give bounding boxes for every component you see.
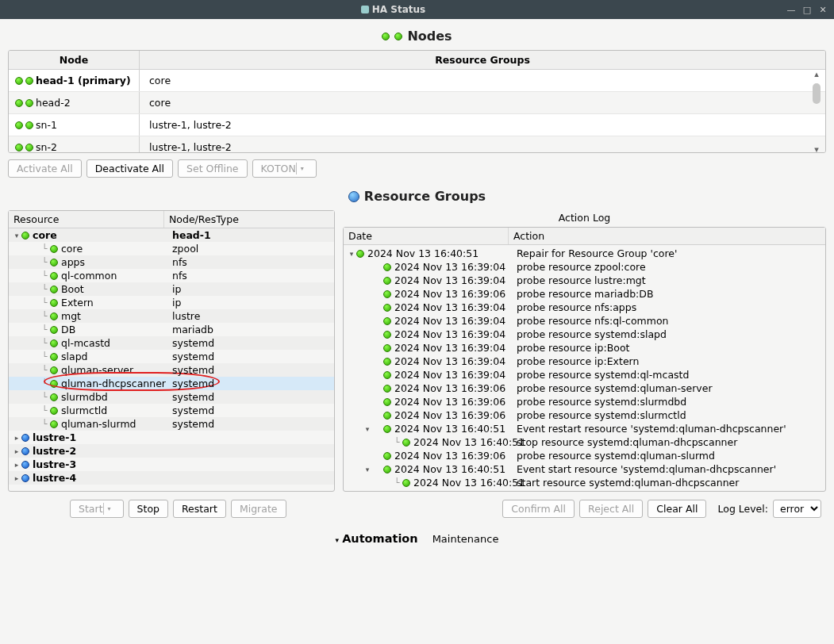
log-row[interactable]: 2024 Nov 13 16:39:04probe resource nfs:q…	[344, 314, 825, 328]
log-row[interactable]: ▾2024 Nov 13 16:40:51Repair for Resource…	[344, 247, 825, 260]
automation-toggle[interactable]: ▾Automation	[336, 532, 418, 545]
status-dot-icon	[383, 452, 391, 460]
activate-all-button: Activate All	[8, 159, 82, 178]
log-row[interactable]: 2024 Nov 13 16:39:06probe resource syste…	[344, 408, 825, 422]
tree-row[interactable]: └DBmariadb	[9, 323, 334, 336]
minimize-button[interactable]: —	[785, 3, 797, 16]
window-title: HA Status	[5, 4, 782, 15]
twisty-icon[interactable]: ▾	[12, 232, 21, 240]
log-row[interactable]: ▾2024 Nov 13 16:40:51Event restart resou…	[344, 422, 825, 435]
twisty-icon[interactable]: ▾	[363, 425, 372, 433]
status-dot-icon	[50, 286, 58, 293]
twisty-icon[interactable]: ▾	[363, 466, 372, 473]
migrate-button: Migrate	[231, 500, 286, 518]
status-dot-icon	[50, 326, 58, 334]
action-log-panel: Date Action ▾2024 Nov 13 16:40:51Repair …	[343, 227, 826, 492]
col-date[interactable]: Date	[344, 228, 509, 244]
status-dot-icon	[25, 144, 33, 151]
tree-row[interactable]: ▸lustre-4	[9, 471, 334, 485]
status-dot-icon	[50, 366, 58, 374]
tree-row[interactable]: └Bootip	[9, 282, 334, 296]
status-dot-icon	[21, 474, 29, 482]
tree-row[interactable]: └corezpool	[9, 242, 334, 255]
status-dot-icon	[25, 77, 33, 85]
log-row[interactable]: 2024 Nov 13 16:39:04probe resource syste…	[344, 328, 825, 341]
status-dot-icon	[383, 304, 391, 312]
tree-row[interactable]: ▸lustre-3	[9, 458, 334, 471]
tree-row[interactable]: └ql-mcastdsystemd	[9, 336, 334, 350]
status-dot-icon	[50, 420, 58, 428]
maximize-button[interactable]: □	[801, 3, 813, 16]
action-log-title: Action Log	[343, 210, 826, 227]
col-node-restype[interactable]: Node/ResType	[164, 211, 334, 228]
tree-row[interactable]: └slurmdbdsystemd	[9, 390, 334, 404]
log-row[interactable]: └2024 Nov 13 16:40:51start resource syst…	[344, 476, 825, 489]
twisty-icon[interactable]: ▸	[12, 474, 21, 482]
status-dot-icon	[383, 398, 391, 406]
status-dot-icon	[21, 447, 29, 455]
tree-row[interactable]: ▸lustre-2	[9, 444, 334, 458]
scroll-up-icon[interactable]: ▴	[813, 68, 820, 80]
log-row[interactable]: └2024 Nov 13 16:40:51stop resource syste…	[344, 435, 825, 449]
status-dot-icon	[21, 461, 29, 469]
koton-dropdown: KOTON▾	[252, 159, 317, 178]
tree-row[interactable]: └mgtlustre	[9, 309, 334, 323]
node-row[interactable]: head-2core	[9, 92, 825, 114]
clear-all-button[interactable]: Clear All	[648, 500, 706, 518]
tree-row[interactable]: └ql-commonnfs	[9, 269, 334, 282]
stop-button[interactable]: Stop	[129, 500, 168, 518]
nodes-scrollbar[interactable]: ▴ ▾	[809, 68, 824, 153]
col-resource[interactable]: Resource	[9, 211, 164, 228]
log-level-select[interactable]: error	[773, 500, 821, 518]
close-button[interactable]: ✕	[817, 3, 829, 16]
tree-row[interactable]: └qluman-dhcpscannersystemd	[9, 377, 334, 390]
log-row[interactable]: 2024 Nov 13 16:39:04probe resource ip:Ex…	[344, 355, 825, 368]
tree-row[interactable]: └appsnfs	[9, 255, 334, 269]
node-row[interactable]: sn-2lustre-1, lustre-2	[9, 136, 825, 152]
log-row[interactable]: 2024 Nov 13 16:39:04probe resource lustr…	[344, 274, 825, 287]
tree-row[interactable]: ▾corehead-1	[9, 228, 334, 242]
tree-row[interactable]: ▸lustre-1	[9, 431, 334, 444]
node-row[interactable]: head-1 (primary)core	[9, 70, 825, 92]
log-row[interactable]: 2024 Nov 13 16:39:04probe resource syste…	[344, 368, 825, 381]
tree-row[interactable]: └slapdsystemd	[9, 350, 334, 363]
globe-icon	[348, 191, 359, 202]
log-row[interactable]: 2024 Nov 13 16:39:06probe resource syste…	[344, 381, 825, 395]
scroll-down-icon[interactable]: ▾	[813, 144, 820, 153]
node-row[interactable]: sn-1lustre-1, lustre-2	[9, 114, 825, 136]
status-dot-icon	[21, 232, 29, 240]
log-row[interactable]: 2024 Nov 13 16:39:06probe resource syste…	[344, 449, 825, 462]
log-row[interactable]: 2024 Nov 13 16:39:06probe resource syste…	[344, 395, 825, 408]
col-node[interactable]: Node	[9, 51, 140, 69]
log-row[interactable]: 2024 Nov 13 16:39:04probe resource ip:Bo…	[344, 341, 825, 355]
status-dot-icon	[383, 425, 391, 433]
twisty-icon[interactable]: ▸	[12, 461, 21, 469]
twisty-icon[interactable]: ▸	[12, 434, 21, 442]
status-dot-icon	[15, 144, 23, 151]
tree-row[interactable]: └qluman-slurmdsystemd	[9, 417, 334, 431]
deactivate-all-button[interactable]: Deactivate All	[86, 159, 173, 178]
log-row[interactable]: 2024 Nov 13 16:39:04probe resource nfs:a…	[344, 301, 825, 314]
col-resource-groups[interactable]: Resource Groups	[140, 51, 825, 69]
col-action[interactable]: Action	[509, 228, 825, 244]
status-dot-icon	[50, 407, 58, 415]
tree-row[interactable]: └Externip	[9, 296, 334, 309]
chevron-down-icon: ▾	[103, 503, 115, 515]
log-row[interactable]: ▾2024 Nov 13 16:40:51Event start resourc…	[344, 462, 825, 476]
twisty-icon[interactable]: ▾	[347, 250, 356, 258]
status-dot-icon	[383, 290, 391, 298]
tree-row[interactable]: └slurmctldsystemd	[9, 404, 334, 417]
twisty-icon[interactable]: ▸	[12, 447, 21, 455]
log-row[interactable]: 2024 Nov 13 16:39:06probe resource maria…	[344, 287, 825, 301]
status-dot-icon	[50, 353, 58, 361]
status-dot-icon	[383, 344, 391, 352]
tree-row[interactable]: └qluman-serversystemd	[9, 363, 334, 377]
status-dot-icon	[25, 99, 33, 107]
restart-button[interactable]: Restart	[173, 500, 226, 518]
maintenance-label: Maintenance	[432, 533, 499, 545]
log-row[interactable]: 2024 Nov 13 16:39:04probe resource zpool…	[344, 260, 825, 274]
app-icon	[361, 6, 369, 13]
status-dot-icon	[383, 263, 391, 271]
status-dot-icon	[15, 99, 23, 107]
chevron-down-icon: ▾	[336, 536, 340, 544]
